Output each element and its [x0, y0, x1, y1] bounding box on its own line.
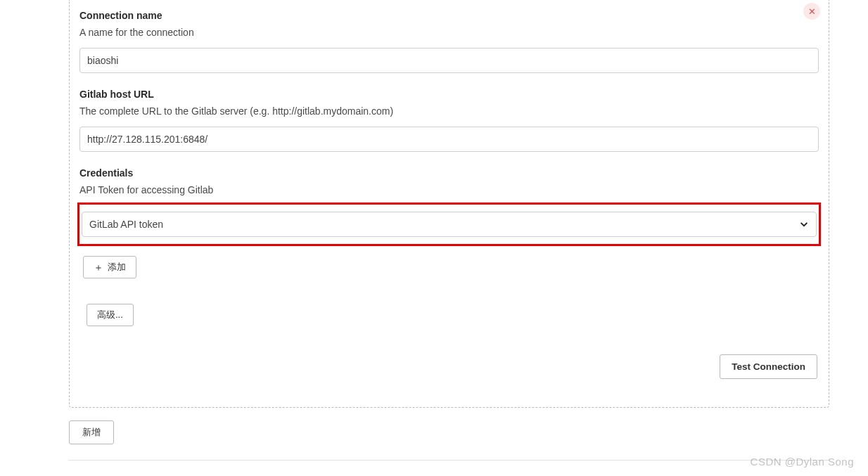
connection-name-label: Connection name: [79, 10, 819, 21]
credentials-label: Credentials: [79, 167, 819, 179]
connection-name-field-group: Connection name A name for the connectio…: [79, 10, 819, 73]
close-icon: ✕: [808, 7, 816, 16]
new-button-label: 新增: [82, 426, 101, 439]
add-button-label: 添加: [108, 261, 126, 274]
credentials-field-group: Credentials API Token for accessing Gitl…: [79, 167, 819, 326]
test-connection-button[interactable]: Test Connection: [720, 354, 817, 379]
plus-icon: ＋: [94, 262, 103, 272]
section-divider: [69, 460, 829, 461]
connection-name-input[interactable]: [79, 48, 819, 73]
advanced-button-label: 高级...: [97, 309, 123, 321]
host-url-input[interactable]: [79, 127, 819, 152]
host-url-label: Gitlab host URL: [79, 89, 819, 100]
watermark: CSDN @Dylan Song: [751, 456, 854, 468]
credentials-selected-value: GitLab API token: [89, 219, 163, 230]
chevron-down-icon: [799, 219, 809, 229]
close-button[interactable]: ✕: [803, 3, 820, 20]
connection-form-panel: ✕ Connection name A name for the connect…: [69, 0, 829, 408]
host-url-field-group: Gitlab host URL The complete URL to the …: [79, 89, 819, 152]
host-url-desc: The complete URL to the Gitlab server (e…: [79, 105, 819, 117]
test-connection-label: Test Connection: [732, 361, 805, 372]
credentials-desc: API Token for accessing Gitlab: [79, 184, 819, 195]
advanced-button[interactable]: 高级...: [87, 304, 134, 326]
credentials-select[interactable]: GitLab API token: [82, 212, 817, 237]
add-button[interactable]: ＋ 添加: [83, 256, 136, 278]
credentials-highlight: GitLab API token: [77, 202, 821, 246]
new-button[interactable]: 新增: [69, 420, 114, 444]
connection-name-desc: A name for the connection: [79, 27, 819, 38]
